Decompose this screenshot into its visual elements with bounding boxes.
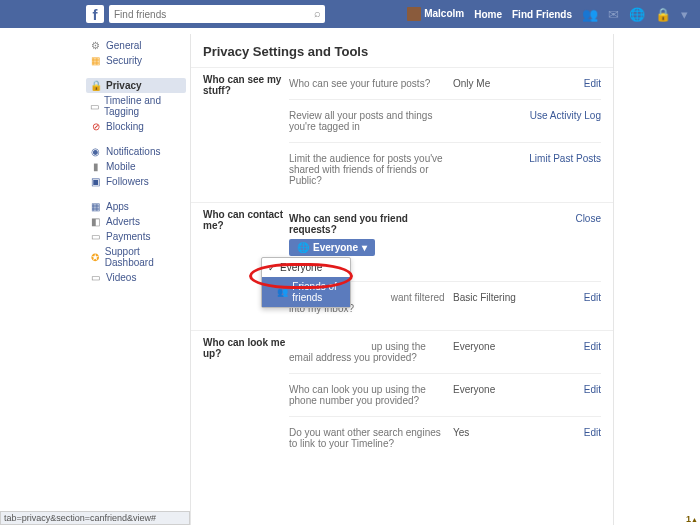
audience-selector[interactable]: 🌐 Everyone ▾ xyxy=(289,239,375,256)
page-title: Privacy Settings and Tools xyxy=(191,44,613,67)
settings-menu-icon[interactable]: ▾ xyxy=(681,7,688,22)
friend-requests-icon[interactable]: 👥 xyxy=(582,7,598,22)
find-friends-link[interactable]: Find Friends xyxy=(512,9,572,20)
close-link[interactable]: Close xyxy=(575,213,601,224)
sidebar-item-privacy[interactable]: 🔒Privacy xyxy=(86,78,186,93)
row-value: Only Me xyxy=(453,78,523,89)
row-desc: Who can look you up using the email addr… xyxy=(289,341,447,363)
row-value: Everyone xyxy=(453,341,523,352)
privacy-shortcuts-icon[interactable]: 🔒 xyxy=(655,7,671,22)
row-desc: Do you want other search engines to link… xyxy=(289,427,447,449)
privacy-row: Who can look you up using the email addr… xyxy=(289,337,601,373)
page-body: ⚙General ▦Security 🔒Privacy ▭Timeline an… xyxy=(0,28,700,525)
tag-icon: ▭ xyxy=(90,101,99,112)
section-label: Who can see my stuff? xyxy=(203,74,289,196)
support-icon: ✪ xyxy=(90,252,100,263)
mobile-icon: ▮ xyxy=(90,161,101,172)
privacy-row: Review all your posts and things you're … xyxy=(289,106,601,142)
corner-badge: 1▲ xyxy=(686,514,698,524)
row-desc: Who can look you up using the phone numb… xyxy=(289,384,447,406)
section-body: Who can send you friend requests? Close … xyxy=(289,209,601,324)
sidebar-item-security[interactable]: ▦Security xyxy=(86,53,186,68)
adverts-icon: ◧ xyxy=(90,216,101,227)
search-input[interactable] xyxy=(109,5,325,23)
facebook-logo[interactable]: f xyxy=(86,5,104,23)
section-who-can-look-me-up: Who can look me up? Who can look you up … xyxy=(191,330,613,465)
sidebar-item-label: Privacy xyxy=(106,80,142,91)
row-desc: Review all your posts and things you're … xyxy=(289,110,447,132)
edit-link[interactable]: Edit xyxy=(584,78,601,89)
people-icon: 👥 xyxy=(277,287,288,297)
sidebar-group: 🔒Privacy ▭Timeline and Tagging ⊘Blocking xyxy=(86,78,186,134)
top-bar: f ⌕ Malcolm Home Find Friends 👥 ✉ 🌐 🔒 ▾ xyxy=(0,0,700,28)
sidebar-item-label: Payments xyxy=(106,231,150,242)
sidebar-item-label: Followers xyxy=(106,176,149,187)
privacy-row: Who can see your future posts? Only Me E… xyxy=(289,74,601,99)
row-desc: Limit the audience for posts you've shar… xyxy=(289,153,447,186)
audience-dropdown: ✓Everyone 👥Friends of friends xyxy=(261,257,351,308)
sidebar-item-label: Support Dashboard xyxy=(105,246,182,268)
row-value: Yes xyxy=(453,427,523,438)
row-desc: Who can see your future posts? xyxy=(289,78,447,89)
section-body: Who can see your future posts? Only Me E… xyxy=(289,74,601,196)
dropdown-option-friends-of-friends[interactable]: 👥Friends of friends xyxy=(262,277,350,307)
sidebar-item-mobile[interactable]: ▮Mobile xyxy=(86,159,186,174)
messages-icon[interactable]: ✉ xyxy=(608,7,619,22)
sidebar-item-adverts[interactable]: ◧Adverts xyxy=(86,214,186,229)
row-value: Everyone xyxy=(453,384,523,395)
section-label: Who can look me up? xyxy=(203,337,289,459)
videos-icon: ▭ xyxy=(90,272,101,283)
gear-icon: ⚙ xyxy=(90,40,101,51)
user-menu[interactable]: Malcolm xyxy=(407,7,464,21)
edit-link[interactable]: Edit xyxy=(584,292,601,303)
apps-icon: ▦ xyxy=(90,201,101,212)
limit-posts-link[interactable]: Limit Past Posts xyxy=(529,153,601,164)
privacy-row: Who can look you up using the phone numb… xyxy=(289,380,601,416)
edit-link[interactable]: Edit xyxy=(584,427,601,438)
sidebar-item-followers[interactable]: ▣Followers xyxy=(86,174,186,189)
avatar xyxy=(407,7,421,21)
sidebar-item-label: Notifications xyxy=(106,146,160,157)
privacy-row: Do you want other search engines to link… xyxy=(289,423,601,459)
payments-icon: ▭ xyxy=(90,231,101,242)
section-body: Who can look you up using the email addr… xyxy=(289,337,601,459)
sidebar-item-label: Apps xyxy=(106,201,129,212)
search-icon[interactable]: ⌕ xyxy=(314,7,321,19)
sidebar-item-videos[interactable]: ▭Videos xyxy=(86,270,186,285)
section-who-can-see: Who can see my stuff? Who can see your f… xyxy=(191,67,613,202)
section-who-can-contact: Who can contact me? Who can send you fri… xyxy=(191,202,613,330)
sidebar-item-payments[interactable]: ▭Payments xyxy=(86,229,186,244)
sidebar-item-label: Adverts xyxy=(106,216,140,227)
notifications-icon[interactable]: 🌐 xyxy=(629,7,645,22)
option-label: Everyone xyxy=(280,262,322,273)
sidebar-item-notifications[interactable]: ◉Notifications xyxy=(86,144,186,159)
search-wrap: ⌕ xyxy=(109,5,325,23)
shield-icon: ▦ xyxy=(90,55,101,66)
block-icon: ⊘ xyxy=(90,121,101,132)
home-link[interactable]: Home xyxy=(474,9,502,20)
edit-link[interactable]: Edit xyxy=(584,384,601,395)
edit-link[interactable]: Edit xyxy=(584,341,601,352)
sidebar-item-apps[interactable]: ▦Apps xyxy=(86,199,186,214)
sidebar-group: ⚙General ▦Security xyxy=(86,38,186,68)
row-heading: Who can send you friend requests? xyxy=(289,213,447,235)
sidebar-item-label: Videos xyxy=(106,272,136,283)
chevron-down-icon: ▾ xyxy=(362,242,367,253)
sidebar-item-timeline[interactable]: ▭Timeline and Tagging xyxy=(86,93,186,119)
top-right: Malcolm Home Find Friends 👥 ✉ 🌐 🔒 ▾ xyxy=(407,7,688,22)
audience-label: Everyone xyxy=(313,242,358,253)
content-panel: Privacy Settings and Tools Who can see m… xyxy=(190,34,614,525)
activity-log-link[interactable]: Use Activity Log xyxy=(530,110,601,121)
sidebar-group: ▦Apps ◧Adverts ▭Payments ✪Support Dashbo… xyxy=(86,199,186,285)
sidebar-item-label: Blocking xyxy=(106,121,144,132)
sidebar-item-blocking[interactable]: ⊘Blocking xyxy=(86,119,186,134)
browser-status-bar: tab=privacy&section=canfriend&view# xyxy=(0,511,190,525)
row-value: Basic Filtering xyxy=(453,292,523,303)
dropdown-option-everyone[interactable]: ✓Everyone xyxy=(262,258,350,277)
globe-icon: 🌐 xyxy=(297,242,309,253)
sidebar-item-label: Timeline and Tagging xyxy=(104,95,182,117)
sidebar-group: ◉Notifications ▮Mobile ▣Followers xyxy=(86,144,186,189)
sidebar-item-label: Mobile xyxy=(106,161,135,172)
sidebar-item-general[interactable]: ⚙General xyxy=(86,38,186,53)
sidebar-item-support[interactable]: ✪Support Dashboard xyxy=(86,244,186,270)
